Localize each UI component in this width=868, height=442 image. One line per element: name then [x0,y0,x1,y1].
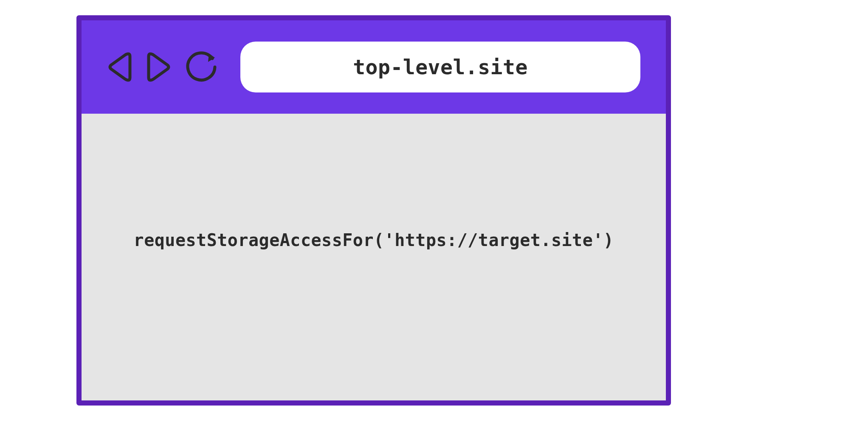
browser-toolbar: top-level.site [82,20,666,114]
content-code: requestStorageAccessFor('https://target.… [134,230,614,250]
address-bar[interactable]: top-level.site [240,42,640,92]
nav-icons-group [107,49,219,85]
reload-icon[interactable] [183,49,219,85]
address-bar-text: top-level.site [353,55,528,79]
forward-icon[interactable] [145,50,172,84]
stage: top-level.site requestStorageAccessFor('… [0,0,868,442]
browser-window: top-level.site requestStorageAccessFor('… [76,15,671,406]
back-icon[interactable] [107,50,133,84]
browser-content: requestStorageAccessFor('https://target.… [82,114,666,400]
